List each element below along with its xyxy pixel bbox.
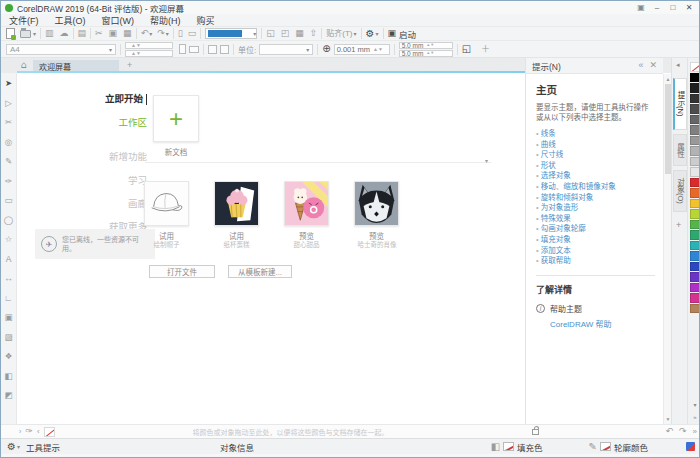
new-document-card[interactable]: + [153, 95, 199, 142]
color-swatch[interactable] [690, 209, 700, 219]
paste-icon[interactable]: ▦ [123, 29, 132, 38]
docpal-no-color-swatch[interactable] [44, 427, 55, 437]
transparency-tool-icon[interactable]: ▨ [4, 333, 12, 342]
page-dimensions-control[interactable]: ▲▼ ▲▼ [125, 42, 173, 57]
docpal-more-icon[interactable]: » [693, 428, 697, 436]
open-dropdown-icon[interactable]: ▾ [33, 30, 36, 37]
color-swatch[interactable] [690, 125, 700, 135]
freehand-tool-icon[interactable]: ✎ [5, 157, 12, 166]
color-swatch[interactable] [690, 199, 700, 209]
hint-link[interactable]: 移动、缩放和镜像对象 [536, 182, 655, 193]
artistic-media-tool-icon[interactable]: ✑ [5, 177, 12, 186]
color-swatch[interactable] [690, 136, 700, 146]
sample-cap-thumbnail[interactable] [144, 181, 189, 226]
crop-tool-icon[interactable]: ✂ [5, 118, 12, 127]
portrait-button[interactable] [179, 44, 186, 54]
sample-dessert-thumbnail[interactable] [284, 181, 329, 226]
hint-link[interactable]: 形状 [536, 161, 655, 172]
docpal-left-arrow-icon[interactable]: ‹ [37, 428, 40, 436]
nav-whats-new[interactable]: 新增功能 [109, 149, 147, 163]
hint-link[interactable]: 选择对象 [536, 171, 655, 182]
color-swatch[interactable] [690, 188, 700, 198]
add-docker-icon[interactable]: + [676, 220, 681, 230]
palette-flyout-icon[interactable]: » [688, 414, 700, 420]
rectangle-tool-icon[interactable]: ▭ [4, 196, 12, 205]
fill-color-swatch[interactable] [503, 442, 514, 451]
collapse-docker-icon[interactable]: « [638, 61, 643, 70]
snap-to-label[interactable]: 贴齐(T) [326, 30, 352, 38]
no-color-swatch[interactable] [690, 62, 700, 72]
hint-link[interactable]: 特殊效果 [536, 214, 655, 225]
current-page-button[interactable] [220, 45, 229, 54]
color-swatch[interactable] [690, 146, 700, 156]
launch-label[interactable]: 启动 [399, 28, 416, 40]
outline-color-swatch[interactable] [600, 442, 611, 451]
status-gear-dropdown-icon[interactable]: ▾ [17, 443, 20, 450]
hint-link[interactable]: 线条 [536, 129, 655, 140]
new-document-icon[interactable] [6, 28, 15, 39]
docpal-undo-icon[interactable]: ↶ [665, 427, 673, 436]
pick-tool-icon[interactable]: ➤ [5, 79, 12, 88]
menu-file[interactable]: 文件(F) [1, 14, 47, 27]
dimension-tool-icon[interactable]: ↔ [4, 274, 13, 283]
show-grid-icon[interactable]: ▦ [295, 29, 304, 38]
palette-scroll-icon[interactable]: ▾ [688, 401, 700, 408]
minimize-button[interactable]: – [649, 3, 665, 12]
smart-fill-tool-icon[interactable]: ◩ [4, 391, 12, 400]
color-swatch[interactable] [690, 94, 700, 104]
hints-scrollbar[interactable]: ▲ ▼ [663, 74, 671, 424]
docker-tab-properties[interactable]: 属性 [673, 134, 687, 166]
hint-link[interactable]: 勾画对象轮廓 [536, 224, 655, 235]
hint-link[interactable]: 添加文本 [536, 246, 655, 257]
pin-window-icon[interactable]: ▣ [633, 3, 649, 12]
show-rulers-icon[interactable]: ◰ [281, 29, 290, 38]
menu-buy[interactable]: 购买 [189, 14, 223, 27]
hint-link[interactable]: 获取帮助 [536, 256, 655, 267]
eyedropper-tool-icon[interactable]: ❖ [5, 352, 13, 361]
hint-link[interactable]: 旋转和倾斜对象 [536, 193, 655, 204]
docpal-expand-icon[interactable]: › [19, 428, 21, 435]
maximize-button[interactable]: □ [665, 3, 681, 12]
docpal-eyedropper-icon[interactable]: ✑ [25, 427, 33, 436]
ellipse-tool-icon[interactable]: ◯ [4, 216, 14, 225]
color-swatch[interactable] [690, 167, 700, 177]
undo-dropdown-icon[interactable]: ▾ [149, 30, 152, 37]
sample-cupcake-thumbnail[interactable] [214, 181, 259, 226]
export-icon[interactable]: ⇧ [310, 29, 318, 38]
zoom-tool-icon[interactable]: ◎ [5, 138, 12, 147]
color-swatch[interactable] [690, 178, 700, 188]
redo-dropdown-icon[interactable]: ▾ [166, 30, 169, 37]
options-gear-icon[interactable]: ⚙ [366, 29, 375, 39]
landscape-button[interactable] [189, 46, 199, 53]
hint-link[interactable]: 曲线 [536, 140, 655, 151]
polygon-tool-icon[interactable]: ☆ [5, 235, 13, 244]
menu-window[interactable]: 窗口(W) [94, 14, 143, 27]
add-toolbar-item-icon[interactable]: ＋ [481, 45, 490, 54]
color-swatch[interactable] [690, 104, 700, 114]
new-tab-icon[interactable]: + [127, 61, 132, 70]
color-swatch[interactable] [690, 272, 700, 282]
close-docker-icon[interactable]: ✕ [649, 61, 657, 70]
nav-workspace[interactable]: 工作区 [118, 115, 147, 129]
docpal-redo-icon[interactable]: ↷ [679, 427, 687, 436]
save-icon[interactable]: ▥ [45, 29, 54, 38]
color-swatch[interactable] [690, 115, 700, 125]
treat-as-filled-icon[interactable]: ◱ [462, 44, 471, 54]
sample-husky-thumbnail[interactable] [354, 181, 399, 226]
snap-dropdown-icon[interactable]: ▾ [354, 30, 357, 37]
menu-help[interactable]: 帮助(H) [142, 14, 189, 27]
new-from-template-button[interactable]: 从模板新建... [228, 265, 292, 278]
docker-tab-hints[interactable]: 提示(N) [673, 78, 687, 130]
color-swatch[interactable] [690, 83, 700, 93]
hint-link[interactable]: 尺寸线 [536, 150, 655, 161]
copy-icon[interactable]: ▣ [109, 29, 118, 38]
all-pages-button[interactable] [208, 45, 217, 54]
color-swatch[interactable] [690, 73, 700, 83]
print-icon[interactable]: ▤ [78, 29, 87, 38]
color-swatch[interactable] [690, 220, 700, 230]
color-swatch[interactable] [690, 241, 700, 251]
lock-icon[interactable] [532, 429, 539, 435]
color-swatch[interactable] [690, 157, 700, 167]
color-swatch[interactable] [690, 293, 700, 303]
open-file-button[interactable]: 打开文件 [149, 265, 215, 278]
